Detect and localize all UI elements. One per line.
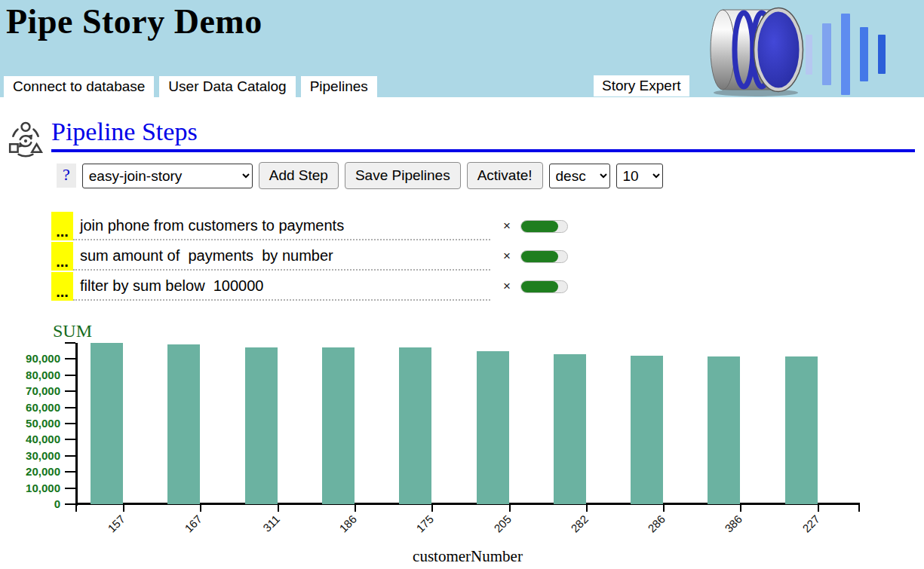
bar — [708, 356, 740, 504]
sort-order-select[interactable]: desc — [549, 164, 610, 188]
workflow-cycle-icon — [7, 121, 45, 158]
x-tick — [123, 503, 124, 512]
help-link[interactable]: ? — [57, 164, 76, 188]
y-tick — [65, 455, 75, 457]
x-tick — [355, 503, 356, 512]
equalizer-bars-icon — [806, 11, 886, 98]
tab-connect-to-database[interactable]: Connect to database — [4, 76, 154, 97]
y-tick — [65, 439, 75, 440]
bar — [245, 347, 278, 504]
tab-story-expert[interactable]: Story Expert — [594, 75, 689, 96]
pipeline-step-row: ... filter by sum below 100000 × — [51, 272, 568, 301]
x-tick — [740, 503, 741, 512]
app-header: Pipe Story Demo Connect to database User… — [0, 0, 924, 97]
step-enabled-toggle[interactable] — [520, 250, 568, 263]
drag-handle[interactable]: ... — [51, 242, 73, 271]
y-tick-label: 50,000 — [0, 417, 60, 430]
row-limit-select[interactable]: 10 — [616, 164, 663, 188]
y-tick — [65, 488, 75, 489]
bar — [785, 356, 818, 504]
step-enabled-toggle[interactable] — [520, 220, 568, 233]
step-text: sum amount of payments by number — [73, 242, 490, 271]
y-tick-label: 20,000 — [0, 465, 60, 478]
toggle-fill — [521, 251, 558, 262]
drag-handle[interactable]: ... — [51, 272, 73, 301]
page-title: Pipe Story Demo — [6, 2, 262, 41]
y-tick-label: 30,000 — [0, 449, 60, 462]
bar — [631, 356, 663, 504]
bar — [477, 351, 509, 504]
bar — [322, 347, 355, 504]
activate-button[interactable]: Activate! — [467, 162, 543, 189]
y-tick — [65, 358, 75, 359]
tab-bar: Connect to database User Data Catalog Pi… — [4, 76, 377, 97]
database-icon — [706, 4, 807, 97]
bar — [91, 343, 123, 504]
tab-user-data-catalog[interactable]: User Data Catalog — [159, 76, 295, 97]
y-tick — [65, 423, 75, 424]
x-tick — [75, 503, 77, 512]
bar — [554, 354, 586, 504]
x-tick — [431, 503, 433, 512]
y-tick-label: 10,000 — [0, 482, 60, 494]
y-tick-label: 70,000 — [0, 384, 60, 397]
y-tick — [65, 342, 75, 344]
x-tick — [818, 503, 819, 512]
x-tick — [509, 503, 511, 512]
chart: SUM customerNumber 010,00020,00030,00040… — [0, 321, 924, 569]
y-tick-label: 90,000 — [0, 352, 60, 365]
section-title: Pipeline Steps — [51, 118, 915, 149]
drag-handle[interactable]: ... — [51, 212, 73, 240]
y-tick — [65, 471, 75, 473]
add-step-button[interactable]: Add Step — [259, 162, 339, 189]
remove-step-button[interactable]: × — [503, 279, 511, 294]
pipeline-step-list: ... join phone from customers to payment… — [51, 212, 568, 302]
y-tick-label: 60,000 — [0, 401, 60, 414]
x-tick — [858, 503, 860, 512]
remove-step-button[interactable]: × — [503, 219, 511, 234]
section-heading-rule: Pipeline Steps — [51, 118, 915, 152]
y-tick — [65, 390, 75, 392]
pipeline-step-row: ... join phone from customers to payment… — [51, 212, 568, 240]
toggle-fill — [521, 221, 558, 232]
y-tick — [65, 407, 75, 408]
pipeline-step-row: ... sum amount of payments by number × — [51, 242, 568, 271]
y-tick-label: 80,000 — [0, 369, 60, 381]
chart-title: SUM — [53, 321, 92, 341]
toggle-fill — [521, 281, 558, 292]
y-tick — [65, 503, 75, 505]
x-tick — [663, 503, 665, 512]
x-tick — [586, 503, 588, 512]
remove-step-button[interactable]: × — [503, 249, 511, 264]
x-tick — [278, 503, 279, 512]
pipeline-select[interactable]: easy-join-story — [82, 164, 253, 188]
y-tick-label: 40,000 — [0, 433, 60, 445]
step-enabled-toggle[interactable] — [520, 280, 568, 293]
y-tick — [65, 375, 75, 376]
pipeline-controls: ? easy-join-story Add Step Save Pipeline… — [57, 162, 663, 189]
y-axis-line — [75, 343, 78, 506]
bar — [399, 347, 431, 504]
y-tick-label: 0 — [0, 497, 60, 510]
tab-pipelines[interactable]: Pipelines — [301, 76, 377, 97]
step-text: join phone from customers to payments — [73, 212, 490, 240]
bar — [167, 344, 200, 504]
step-text: filter by sum below 100000 — [73, 272, 490, 301]
x-tick — [200, 503, 201, 512]
save-pipelines-button[interactable]: Save Pipelines — [345, 162, 461, 189]
